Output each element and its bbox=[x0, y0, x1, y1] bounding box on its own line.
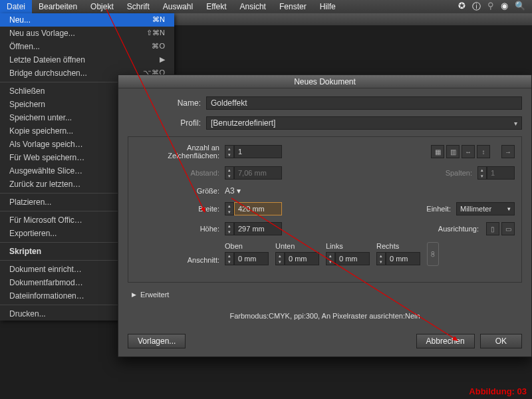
bleed-bottom-stepper[interactable]: ▴▾ bbox=[275, 252, 319, 265]
artboards-label: Anzahl an Zeichenflächen: bbox=[135, 144, 225, 160]
menu-datei[interactable]: Datei bbox=[0, 0, 32, 13]
menubar: Datei Bearbeiten Objekt Schrift Auswahl … bbox=[0, 0, 532, 13]
bleed-right-input[interactable] bbox=[386, 252, 420, 265]
figure-label: Abbildung: 03 bbox=[469, 386, 527, 396]
info-icon[interactable]: ⓘ bbox=[472, 1, 481, 13]
advanced-toggle[interactable]: ▶ Erweitert bbox=[132, 291, 522, 299]
document-summary: Farbmodus:CMYK, ppi:300, An Pixelraster … bbox=[128, 312, 522, 320]
columns-stepper: ▴▾ bbox=[477, 166, 515, 180]
triangle-right-icon: ▶ bbox=[132, 291, 136, 298]
chevron-down-icon: ▾ bbox=[237, 186, 241, 196]
chevron-down-icon: ▾ bbox=[514, 120, 517, 127]
columns-label: Spalten: bbox=[446, 169, 477, 177]
height-label: Höhe: bbox=[135, 225, 225, 233]
height-input[interactable] bbox=[234, 222, 282, 235]
arrange-grid-row-icon[interactable]: ▦ bbox=[431, 145, 444, 158]
wifi-icon[interactable]: ◉ bbox=[501, 1, 508, 13]
size-select[interactable]: A3 ▾ bbox=[225, 186, 515, 196]
profile-value: [Benutzerdefiniert] bbox=[211, 118, 275, 128]
menu-effekt[interactable]: Effekt bbox=[200, 0, 233, 13]
bleed-bottom-label: Unten bbox=[275, 242, 295, 250]
bleed-left-input[interactable] bbox=[335, 252, 370, 265]
width-stepper[interactable]: ▴▾ bbox=[225, 202, 282, 215]
arrange-row-rtl-icon[interactable]: ↔ bbox=[462, 145, 475, 158]
menu-hilfe[interactable]: Hilfe bbox=[313, 0, 342, 13]
spacing-input bbox=[234, 166, 282, 180]
menu-bearbeiten[interactable]: Bearbeiten bbox=[32, 0, 84, 13]
orientation-landscape-icon[interactable]: ▭ bbox=[501, 222, 515, 235]
orientation-portrait-icon[interactable]: ▯ bbox=[486, 222, 499, 235]
spacing-label: Abstand: bbox=[135, 169, 225, 177]
bluetooth-icon[interactable]: ⚲ bbox=[487, 1, 494, 13]
bleed-right-label: Rechts bbox=[376, 242, 399, 250]
size-label: Größe: bbox=[135, 187, 225, 195]
arrange-grid-col-icon[interactable]: ▥ bbox=[446, 145, 460, 158]
menu-ansicht[interactable]: Ansicht bbox=[233, 0, 273, 13]
settings-panel: Anzahl an Zeichenflächen: ▴▾ ▦ ▥ ↔ ↕ → A… bbox=[128, 136, 522, 283]
bleed-top-label: Oben bbox=[225, 242, 243, 250]
arrange-ltr-icon[interactable]: → bbox=[501, 145, 515, 158]
columns-input bbox=[487, 166, 515, 180]
templates-button[interactable]: Vorlagen... bbox=[128, 334, 186, 348]
name-label: Name: bbox=[128, 98, 206, 108]
size-value: A3 bbox=[225, 186, 235, 196]
bleed-left-label: Links bbox=[326, 242, 343, 250]
unit-select[interactable]: Millimeter ▾ bbox=[456, 202, 515, 215]
bleed-label: Anschnitt: bbox=[135, 256, 225, 266]
menu-item[interactable]: Öffnen...⌘O bbox=[0, 40, 174, 53]
menu-auswahl[interactable]: Auswahl bbox=[156, 0, 200, 13]
link-values-icon[interactable]: 𝟾 bbox=[427, 242, 439, 266]
unit-value: Millimeter bbox=[460, 205, 491, 213]
width-label: Breite: bbox=[135, 205, 225, 213]
menu-item[interactable]: Neu...⌘N bbox=[0, 13, 174, 27]
artboards-input[interactable] bbox=[234, 145, 282, 158]
menu-fenster[interactable]: Fenster bbox=[273, 0, 313, 13]
profile-label: Profil: bbox=[128, 118, 206, 128]
bleed-right-stepper[interactable]: ▴▾ bbox=[376, 252, 420, 265]
menu-item[interactable]: Letzte Dateien öffnen▶ bbox=[0, 53, 174, 66]
artboards-stepper[interactable]: ▴▾ bbox=[225, 145, 282, 158]
arrange-col-icon[interactable]: ↕ bbox=[477, 145, 490, 158]
cancel-button[interactable]: Abbrechen bbox=[416, 334, 475, 348]
menu-item[interactable]: Neu aus Vorlage...⇧⌘N bbox=[0, 27, 174, 40]
bleed-bottom-input[interactable] bbox=[285, 252, 319, 265]
ok-button[interactable]: OK bbox=[480, 334, 522, 348]
height-stepper[interactable]: ▴▾ bbox=[225, 222, 282, 235]
bleed-left-stepper[interactable]: ▴▾ bbox=[326, 252, 370, 265]
orientation-label: Ausrichtung: bbox=[438, 225, 484, 233]
width-input[interactable] bbox=[234, 202, 282, 215]
notify-icon[interactable]: ✪ bbox=[458, 1, 466, 13]
unit-label: Einheit: bbox=[426, 205, 456, 213]
chevron-down-icon: ▾ bbox=[507, 205, 511, 212]
search-icon[interactable]: 🔍 bbox=[515, 1, 525, 13]
dialog-title: Neues Dokument bbox=[118, 75, 531, 88]
menu-objekt[interactable]: Objekt bbox=[84, 0, 120, 13]
bleed-top-stepper[interactable]: ▴▾ bbox=[225, 252, 269, 265]
menu-schrift[interactable]: Schrift bbox=[120, 0, 156, 13]
new-document-dialog: Neues Dokument Name: Profil: [Benutzerde… bbox=[118, 74, 532, 357]
profile-select[interactable]: [Benutzerdefiniert] ▾ bbox=[206, 116, 522, 130]
spacing-stepper: ▴▾ bbox=[225, 166, 282, 180]
name-input[interactable] bbox=[206, 96, 522, 110]
bleed-top-input[interactable] bbox=[234, 252, 269, 265]
advanced-label: Erweitert bbox=[140, 291, 169, 299]
